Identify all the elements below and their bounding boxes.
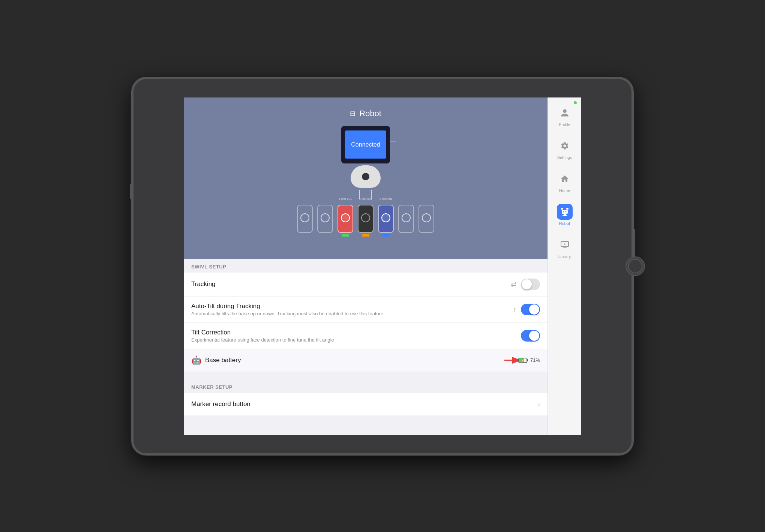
swivl-setup-header: SWIVL SETUP [184,259,548,273]
robot-small-icon: ⊟ [350,109,356,118]
marker-circle-5 [381,213,390,222]
marker-3-label: 1 test 001 [339,197,352,201]
svg-rect-8 [562,210,568,214]
svg-rect-7 [566,208,568,210]
library-icon [560,240,569,249]
markers-row: 1 test 001 1 test 003 1 test 001 [297,205,434,233]
autotilt-arrows-icon: ↕ [513,306,516,313]
svg-text:⚡: ⚡ [521,359,525,363]
battery-title: Base battery [205,357,518,364]
marker-record-chevron-icon: › [538,400,540,408]
marker-circle-4 [361,213,370,222]
library-label: Library [558,254,571,259]
power-button[interactable] [633,229,635,259]
battery-charging-icon: ⚡ [518,357,529,363]
tracking-title: Tracking [191,280,511,288]
battery-display: ⚡ 71% [518,357,540,363]
svg-point-9 [563,211,564,212]
main-content: ⊟ Robot Connected [184,97,548,435]
tracking-toggle-thumb [522,279,532,289]
tablet-cable [390,141,396,142]
marker-5-blue: 1 test 001 [378,205,394,233]
robot-title-row: ⊟ Robot [350,109,381,118]
marker-record-right: › [538,400,540,408]
tiltcorrection-title: Tilt Correction [191,329,521,336]
sidebar-item-home[interactable]: Home [552,171,578,193]
robot-body-inner [362,173,369,180]
home-icon-wrapper [557,171,573,187]
tracking-content: Tracking [191,280,511,288]
autotilt-content: Auto-Tilt during Tracking Automatically … [191,303,513,316]
tablet-wrapper: Connected [341,126,390,163]
home-icon [560,174,569,183]
marker-circle-3 [341,213,350,222]
autotilt-toggle-thumb [529,304,539,315]
marker-3-red: 1 test 001 [338,205,353,233]
tiltcorrection-toggle[interactable] [521,330,540,342]
sidebar-item-profile[interactable]: Profile [552,105,578,127]
svg-marker-14 [564,243,566,245]
battery-percent-text: 71% [530,357,540,363]
home-label: Home [559,188,570,193]
tiltcorrection-right [521,330,540,342]
robot-nav-label: Robot [559,221,570,226]
profile-label: Profile [559,122,570,127]
connected-label: Connected [351,141,380,148]
swivl-setup-section: Tracking ⇄ Auto-Tilt during Tracking [184,273,548,372]
autotilt-right: ↕ [513,304,540,315]
home-button[interactable] [626,256,645,276]
tiltcorrection-content: Tilt Correction Experimental feature usi… [191,329,521,343]
autotilt-title: Auto-Tilt during Tracking [191,303,513,310]
robot-nav-icon [560,207,569,216]
sidebar-item-robot[interactable]: Robot [552,204,578,226]
marker-7 [418,205,434,233]
device-frame: ⊟ Robot Connected [131,77,634,456]
marker-2 [317,205,333,233]
sidebar-item-library[interactable]: Library [552,237,578,259]
svg-rect-6 [561,208,563,210]
settings-label: Settings [557,155,572,160]
robot-area: ⊟ Robot Connected [184,97,548,259]
robot-body [351,165,381,188]
profile-icon [560,108,569,117]
marker-circle-7 [422,213,431,222]
svg-rect-11 [564,214,566,215]
profile-icon-wrapper [557,105,573,121]
svg-rect-12 [562,215,567,216]
marker-battery-5 [382,234,390,237]
tracking-arrows-icon: ⇄ [511,280,516,288]
settings-icon-wrapper [557,138,573,154]
svg-rect-15 [563,247,567,248]
marker-record-title: Marker record button [191,400,538,408]
settings-area: SWIVL SETUP Tracking ⇄ [184,259,548,435]
tiltcorrection-row[interactable]: Tilt Correction Experimental feature usi… [184,323,548,349]
marker-record-row[interactable]: Marker record button › [184,393,548,415]
settings-icon [560,141,569,150]
marker-4-dark: 1 test 003 [358,205,374,233]
robot-illustration: Connected [297,126,434,233]
battery-right: ⚡ 71% [518,357,540,363]
marker-battery-3 [342,234,349,237]
tablet-screen: Connected [345,130,386,159]
sidebar: Profile Settings Home [548,97,581,435]
tracking-toggle[interactable] [521,279,540,290]
status-dot [574,101,577,104]
autotilt-subtitle: Automatically tilts the base up or down.… [191,311,513,316]
autotilt-toggle[interactable] [521,304,540,315]
sidebar-item-settings[interactable]: Settings [552,138,578,160]
autotilt-row[interactable]: Auto-Tilt during Tracking Automatically … [184,297,548,323]
marker-circle-6 [402,213,411,222]
robot-title: Robot [359,109,381,118]
tracking-right: ⇄ [511,279,540,290]
robot-icon-wrapper [557,204,573,220]
tracking-row[interactable]: Tracking ⇄ [184,273,548,297]
marker-6 [398,205,414,233]
marker-5-label: 1 test 001 [379,197,392,201]
svg-point-10 [565,211,566,212]
library-icon-wrapper [557,237,573,253]
marker-circle-2 [321,213,330,222]
tiltcorrection-toggle-thumb [529,331,539,341]
marker-1 [297,205,313,233]
volume-button[interactable] [130,184,132,199]
marker-setup-section: Marker record button › [184,393,548,415]
